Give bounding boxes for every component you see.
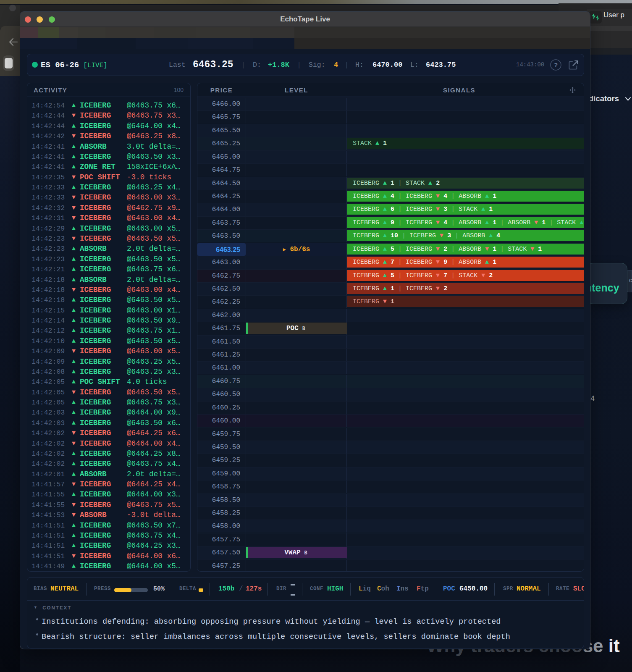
svg-text:?: ?	[554, 61, 558, 68]
